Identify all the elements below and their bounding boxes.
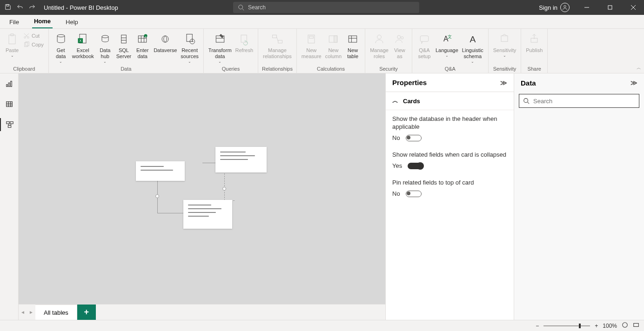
table-icon [345,32,360,46]
properties-collapse-button[interactable]: ≫ [500,79,507,86]
zoom-minus[interactable]: − [536,323,539,329]
excel-icon: X [75,32,90,46]
zoom-plus[interactable]: + [595,323,598,329]
model-card[interactable] [215,147,267,172]
zoom-slider[interactable] [543,325,590,326]
tab-file[interactable]: File [7,16,21,28]
data-pane: Data ≫ [514,73,644,320]
report-view-button[interactable] [0,77,19,90]
save-icon[interactable] [5,4,11,12]
zoom-value: 100% [603,323,617,329]
language-icon: A文 [439,32,454,46]
dataverse-button[interactable]: Dataverse [152,31,179,54]
svg-point-16 [57,34,65,37]
tab-home[interactable]: Home [32,15,53,28]
sensitivity-button[interactable]: Sensitivity⌄ [491,31,518,59]
get-data-button[interactable]: Get data⌄ [52,31,70,65]
minimize-button[interactable] [576,0,597,15]
toggle-pin-related-fields[interactable] [406,191,422,197]
cut-button[interactable]: Cut [23,32,44,40]
setting-show-related-fields: Show related fields when card is collaps… [392,151,507,169]
model-canvas[interactable] [19,73,385,304]
recent-sources-icon [182,32,197,46]
svg-rect-50 [420,36,429,41]
properties-title: Properties [392,79,427,86]
ribbon-group-data: Get data⌄ XExcel workbook Data hub⌄ SQL … [49,29,204,73]
model-card[interactable] [136,161,185,181]
data-search-input[interactable] [533,98,635,105]
fit-to-width-button[interactable] [633,322,639,330]
svg-rect-37 [272,35,276,38]
svg-rect-56 [6,85,7,87]
ribbon-tab-strip: File Home Help [0,15,644,29]
add-layout-button[interactable]: + [77,305,96,320]
excel-workbook-button[interactable]: XExcel workbook [70,31,96,60]
manage-relationships-button[interactable]: Manage relationships [261,31,294,60]
svg-rect-43 [334,36,337,42]
tab-scroll-left[interactable]: ◄ [19,305,27,320]
ribbon-group-calculations: New measure New column New table Calcula… [297,29,365,73]
new-column-button[interactable]: New column [323,31,343,60]
toggle-show-database-header[interactable] [406,135,422,141]
data-pane-collapse-button[interactable]: ≫ [631,79,637,86]
tab-scroll-right[interactable]: ► [27,305,35,320]
view-as-button[interactable]: View as [390,31,409,60]
data-view-button[interactable] [0,98,19,111]
fit-to-page-button[interactable] [622,322,628,330]
layout-tab-all-tables[interactable]: All tables [35,305,77,320]
status-bar: − + 100% [0,320,644,331]
transform-data-icon [213,32,228,46]
paste-button[interactable]: Paste ⌄ [3,31,21,59]
new-table-button[interactable]: New table [343,31,362,60]
maximize-button[interactable] [599,0,621,15]
redo-icon[interactable] [29,4,35,12]
enter-data-button[interactable]: +Enter data [133,31,152,60]
global-search[interactable]: Search [233,2,419,13]
search-placeholder: Search [248,4,266,11]
tab-help[interactable]: Help [64,16,80,28]
ribbon-collapse-button[interactable]: ︿ [637,65,641,71]
linguistic-schema-button[interactable]: ALinguistic schema⌄ [460,31,485,65]
copy-button[interactable]: Copy [23,40,44,49]
data-search-box[interactable] [519,94,639,108]
sign-in-button[interactable]: Sign in [534,3,574,12]
svg-point-1 [239,5,243,9]
properties-pane: Properties ≫ ︿ Cards Show the database i… [385,73,514,320]
database-icon [54,32,68,46]
sql-server-icon [116,32,131,46]
svg-rect-57 [8,83,10,86]
new-measure-button[interactable]: New measure [300,31,323,60]
svg-rect-44 [349,36,357,42]
toggle-show-related-fields[interactable] [408,163,423,169]
svg-rect-8 [9,35,15,44]
refresh-button[interactable]: Refresh [234,31,255,54]
svg-line-39 [276,37,278,42]
svg-rect-30 [187,34,192,42]
undo-icon[interactable] [17,4,23,12]
properties-section-cards[interactable]: ︿ Cards [386,92,514,110]
svg-text:X: X [80,39,82,42]
model-view-button[interactable] [0,118,19,131]
paste-icon [5,32,20,46]
refresh-icon [237,32,252,46]
qa-icon [417,32,432,46]
view-as-icon [392,32,407,46]
column-icon [326,32,341,46]
linguistic-icon: A [465,32,480,46]
recent-sources-button[interactable]: Recent sources⌄ [179,31,201,65]
sql-server-button[interactable]: SQL Server [114,31,133,60]
svg-point-49 [401,37,403,39]
transform-data-button[interactable]: Transform data⌄ [207,31,234,65]
qa-setup-button[interactable]: Q&A setup [415,31,434,60]
ribbon: Paste ⌄ Cut Copy Clipboard Get data⌄ XEx… [0,29,644,73]
model-card[interactable] [183,200,232,229]
data-hub-button[interactable]: Data hub⌄ [96,31,114,65]
close-button[interactable] [623,0,644,15]
main-area: ◄ ► All tables + Properties ≫ ︿ Cards Sh… [0,73,644,320]
language-button[interactable]: A文Language⌄ [434,31,460,59]
svg-rect-72 [634,324,639,327]
manage-roles-button[interactable]: Manage roles [368,31,390,60]
dataverse-icon [158,32,173,46]
svg-rect-0 [7,4,8,6]
publish-button[interactable]: Publish [524,31,544,54]
